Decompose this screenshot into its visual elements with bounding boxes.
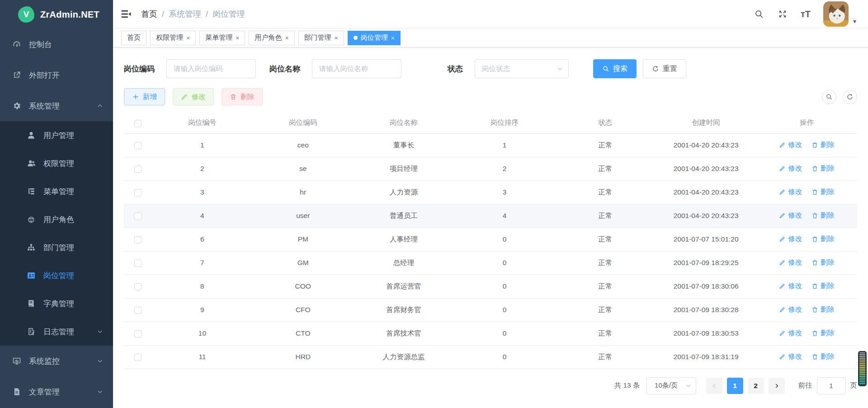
close-icon[interactable]: × xyxy=(236,35,239,41)
table-row[interactable]: 4 user 普通员工 4 正常 2001-04-20 20:43:23 修改 … xyxy=(124,204,857,228)
row-checkbox[interactable] xyxy=(134,236,142,243)
table-row[interactable]: 6 PM 人事经理 0 正常 2001-07-07 15:01:20 修改 删除 xyxy=(124,228,857,251)
close-icon[interactable]: × xyxy=(391,35,395,41)
show-search-toggle-button[interactable] xyxy=(822,90,836,104)
sidebar-item-字典管理[interactable]: 字典管理 xyxy=(0,289,113,318)
next-page-button[interactable] xyxy=(769,378,785,394)
breadcrumb-item[interactable]: 首页 xyxy=(141,9,157,19)
tab-岗位管理[interactable]: 岗位管理 × xyxy=(348,31,401,45)
row-edit-button[interactable]: 修改 xyxy=(779,211,802,220)
row-edit-button[interactable]: 修改 xyxy=(779,164,802,173)
row-edit-button[interactable]: 修改 xyxy=(779,258,802,267)
row-checkbox[interactable] xyxy=(134,283,142,290)
refresh-button[interactable] xyxy=(843,90,857,104)
row-edit-button[interactable]: 修改 xyxy=(779,281,802,291)
tab-用户角色[interactable]: 用户角色 × xyxy=(249,31,294,45)
sidebar-item-日志管理[interactable]: 日志管理 xyxy=(0,318,113,346)
font-size-icon[interactable]: ᴛT xyxy=(801,9,811,19)
row-delete-button[interactable]: 删除 xyxy=(811,211,835,220)
page-size-value[interactable] xyxy=(646,377,696,394)
row-edit-button[interactable]: 修改 xyxy=(779,328,802,338)
row-checkbox[interactable] xyxy=(134,330,142,337)
table-row[interactable]: 2 se 项目经理 2 正常 2001-04-20 20:43:23 修改 删除 xyxy=(124,157,857,180)
reset-button[interactable]: 重置 xyxy=(643,59,686,78)
sidebar-item-系统监控[interactable]: 系统监控 xyxy=(0,346,113,376)
tab-首页[interactable]: 首页 xyxy=(121,31,146,45)
sidebar: V ZrAdmin.NET 控制台 外部打开 系统管理 用户管理 权限管理 菜单… xyxy=(0,0,113,408)
cell-status: 正常 xyxy=(555,298,656,322)
edit-button[interactable]: 修改 xyxy=(173,88,214,105)
table-row[interactable]: 1 ceo 董事长 1 正常 2001-04-20 20:43:23 修改 删除 xyxy=(124,133,857,157)
table-row[interactable]: 10 CTO 首席技术官 0 正常 2001-07-09 18:30:53 修改… xyxy=(124,322,857,345)
table-row[interactable]: 8 COO 首席运营官 0 正常 2001-07-09 18:30:06 修改 … xyxy=(124,275,857,298)
user-menu[interactable]: ▾ xyxy=(823,1,856,27)
row-checkbox[interactable] xyxy=(134,142,142,149)
cell-post-id: 1 xyxy=(152,133,253,157)
select-all-checkbox[interactable] xyxy=(134,120,142,127)
sidebar-item-外部打开[interactable]: 外部打开 xyxy=(0,60,113,90)
sidebar-toggle-icon[interactable] xyxy=(120,8,132,20)
cell-post-code: PM xyxy=(253,228,354,251)
cell-post-sort: 2 xyxy=(454,157,555,180)
sidebar-item-控制台[interactable]: 控制台 xyxy=(0,29,113,60)
post-name-input[interactable] xyxy=(312,59,401,78)
tab-权限管理[interactable]: 权限管理 × xyxy=(150,31,196,45)
row-delete-button[interactable]: 删除 xyxy=(811,140,835,150)
sidebar-item-系统管理[interactable]: 系统管理 xyxy=(0,90,113,121)
app-logo[interactable]: V ZrAdmin.NET xyxy=(0,0,113,29)
row-delete-button[interactable]: 删除 xyxy=(811,234,835,244)
row-delete-button[interactable]: 删除 xyxy=(811,164,835,173)
page-size-select[interactable] xyxy=(646,377,696,394)
row-edit-button[interactable]: 修改 xyxy=(779,187,802,197)
row-delete-button[interactable]: 删除 xyxy=(811,281,835,291)
table-row[interactable]: 3 hr 人力资源 3 正常 2001-04-20 20:43:23 修改 删除 xyxy=(124,180,857,204)
table-row[interactable]: 11 HRD 人力资源总监 0 正常 2001-07-09 18:31:19 修… xyxy=(124,345,857,369)
close-icon[interactable]: × xyxy=(186,35,190,41)
row-delete-button[interactable]: 删除 xyxy=(811,305,835,314)
table-row[interactable]: 9 CFO 首席财务官 0 正常 2001-07-09 18:30:28 修改 … xyxy=(124,298,857,322)
row-edit-button[interactable]: 修改 xyxy=(779,352,802,361)
table-row[interactable]: 7 GM 总经理 0 正常 2001-07-09 18:29:25 修改 删除 xyxy=(124,251,857,275)
scroll-progress-widget[interactable] xyxy=(858,351,867,386)
page-button-1[interactable]: 1 xyxy=(727,378,743,394)
robot-icon xyxy=(26,214,36,224)
row-checkbox[interactable] xyxy=(134,189,142,196)
status-select-input[interactable] xyxy=(475,59,569,78)
row-checkbox[interactable] xyxy=(134,307,142,314)
row-edit-button[interactable]: 修改 xyxy=(779,234,802,244)
goto-page-input[interactable] xyxy=(817,377,846,394)
sidebar-item-部门管理[interactable]: 部门管理 xyxy=(0,233,113,261)
add-button[interactable]: 新增 xyxy=(124,88,165,105)
breadcrumb-item: 系统管理 xyxy=(169,9,201,19)
sidebar-item-岗位管理[interactable]: 岗位管理 xyxy=(0,261,113,289)
row-checkbox[interactable] xyxy=(134,354,142,361)
row-delete-button[interactable]: 删除 xyxy=(811,187,835,197)
status-select[interactable] xyxy=(475,59,569,78)
close-icon[interactable]: × xyxy=(285,35,288,41)
sidebar-item-文章管理[interactable]: 文章管理 xyxy=(0,376,113,407)
tab-菜单管理[interactable]: 菜单管理 × xyxy=(199,31,245,45)
delete-button[interactable]: 删除 xyxy=(222,88,263,105)
row-delete-button[interactable]: 删除 xyxy=(811,352,835,361)
cell-post-name: 总经理 xyxy=(354,251,454,275)
search-button[interactable]: 搜索 xyxy=(593,59,637,78)
sidebar-item-用户管理[interactable]: 用户管理 xyxy=(0,121,113,149)
close-icon[interactable]: × xyxy=(335,35,338,41)
cell-post-code: CFO xyxy=(253,298,354,322)
sidebar-item-用户角色[interactable]: 用户角色 xyxy=(0,205,113,233)
row-checkbox[interactable] xyxy=(134,260,142,267)
row-checkbox[interactable] xyxy=(134,166,142,173)
fullscreen-icon[interactable] xyxy=(777,9,788,19)
row-edit-button[interactable]: 修改 xyxy=(779,140,802,150)
row-delete-button[interactable]: 删除 xyxy=(811,328,835,338)
search-icon[interactable] xyxy=(754,9,764,19)
sidebar-item-菜单管理[interactable]: 菜单管理 xyxy=(0,177,113,205)
page-button-2[interactable]: 2 xyxy=(748,378,764,394)
post-code-input[interactable] xyxy=(166,59,256,78)
prev-page-button[interactable] xyxy=(706,378,722,394)
tab-部门管理[interactable]: 部门管理 × xyxy=(298,31,344,45)
row-delete-button[interactable]: 删除 xyxy=(811,258,835,267)
row-checkbox[interactable] xyxy=(134,213,142,220)
sidebar-item-权限管理[interactable]: 权限管理 xyxy=(0,149,113,177)
row-edit-button[interactable]: 修改 xyxy=(779,305,802,314)
